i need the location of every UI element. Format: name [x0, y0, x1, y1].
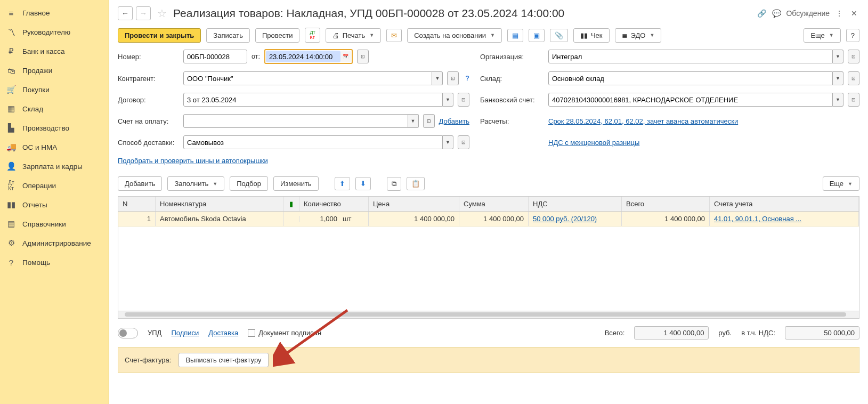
th-n[interactable]: N [118, 197, 156, 211]
dtkt-button[interactable]: ДтКт [305, 28, 320, 43]
open-icon[interactable]: ⊡ [848, 71, 859, 85]
th-price[interactable]: Цена [369, 197, 459, 211]
post-close-button[interactable]: Провести и закрыть [118, 28, 201, 43]
open-icon[interactable]: ⊡ [447, 71, 459, 85]
create-invoice-button[interactable]: Выписать счет-фактуру [179, 353, 268, 367]
th-total[interactable]: Всего [622, 197, 710, 211]
table-scrollbar[interactable] [118, 311, 859, 318]
sidebar-item-manager[interactable]: 〽Руководителю [0, 22, 109, 42]
invoice-field[interactable] [183, 114, 408, 128]
dropdown-icon[interactable]: ▼ [408, 114, 419, 128]
th-nds[interactable]: НДС [529, 197, 622, 211]
incl-nds-label: в т.ч. НДС: [741, 329, 775, 337]
signed-checkbox[interactable] [248, 329, 255, 337]
edo-button[interactable]: ≣ЭДО▼ [615, 28, 662, 43]
th-accounts[interactable]: Счета учета [710, 197, 859, 211]
post-button[interactable]: Провести [255, 28, 300, 43]
sidebar-item-assets[interactable]: 🚚ОС и НМА [0, 138, 109, 157]
paste-button[interactable]: 📋 [407, 177, 425, 190]
dropdown-icon[interactable]: ▼ [833, 50, 843, 63]
warehouse-field[interactable] [548, 71, 833, 85]
back-button[interactable]: ← [118, 6, 133, 20]
table-row[interactable]: 1 Автомобиль Skoda Octavia 1,000шт 1 400… [118, 212, 859, 227]
sidebar-item-directories[interactable]: ▤Справочники [0, 214, 109, 233]
side-label: Склад [22, 105, 43, 113]
th-nomenclature[interactable]: Номенклатура [156, 197, 283, 211]
contract-field[interactable] [183, 93, 443, 107]
number-field[interactable] [183, 50, 247, 63]
star-icon[interactable]: ☆ [157, 7, 167, 20]
bars-icon: ▮▮ [6, 200, 16, 209]
close-icon[interactable]: ✕ [849, 8, 859, 19]
table-more-button[interactable]: Еще▼ [823, 176, 859, 191]
nds-link[interactable]: НДС с межценовой разницы [548, 139, 639, 147]
signatures-link[interactable]: Подписи [171, 329, 199, 337]
help-button[interactable]: ? [846, 29, 859, 42]
sidebar-item-production[interactable]: ▙Производство [0, 118, 109, 138]
dropdown-icon[interactable]: ▼ [833, 71, 843, 85]
sidebar-item-hr[interactable]: 👤Зарплата и кадры [0, 157, 109, 176]
bank-field[interactable] [548, 93, 833, 107]
dropdown-icon[interactable]: ▼ [443, 93, 453, 107]
open-icon[interactable]: ⊡ [848, 93, 859, 107]
open-icon[interactable]: ⊡ [458, 135, 469, 149]
delivery-field[interactable] [183, 135, 443, 149]
gear-icon: ⚙ [6, 238, 16, 248]
forward-button[interactable]: → [136, 6, 151, 20]
th-quantity[interactable]: Количество [299, 197, 369, 211]
copy-button[interactable]: ⧉ [387, 177, 401, 191]
sidebar-item-reports[interactable]: ▮▮Отчеты [0, 195, 109, 214]
save-button[interactable]: Записать [206, 28, 250, 43]
dropdown-icon[interactable]: ▼ [833, 93, 843, 107]
table-fill-button[interactable]: Заполнить▼ [167, 176, 224, 191]
chat-icon[interactable]: 💬 [771, 8, 782, 19]
more-icon[interactable]: ⋮ [834, 8, 845, 19]
sidebar-item-warehouse[interactable]: ▦Склад [0, 99, 109, 118]
open-icon[interactable]: ⊡ [423, 114, 435, 128]
sidebar-item-bank[interactable]: ₽Банк и касса [0, 42, 109, 61]
hint-icon[interactable]: ? [465, 75, 469, 82]
dropdown-icon[interactable]: ▼ [432, 71, 443, 85]
link-icon[interactable]: 🔗 [756, 8, 767, 19]
warehouse-label: Склад: [480, 75, 544, 83]
open-icon[interactable]: ⊡ [848, 50, 859, 63]
move-down-button[interactable]: ⬇ [355, 177, 371, 190]
table-change-button[interactable]: Изменить [273, 176, 319, 191]
side-label: Производство [22, 124, 69, 132]
th-sum[interactable]: Сумма [459, 197, 529, 211]
doc1-button[interactable]: ▤ [507, 29, 523, 42]
th-mark[interactable]: ▮ [283, 197, 299, 211]
sidebar-item-help[interactable]: ?Помощь [0, 253, 109, 272]
sidebar-item-main[interactable]: ≡Главное [0, 3, 109, 22]
sidebar-item-operations[interactable]: ДтКтОперации [0, 176, 109, 195]
doc2-button[interactable]: ▣ [529, 29, 545, 42]
org-field[interactable] [548, 50, 833, 63]
dropdown-icon[interactable]: ▼ [443, 135, 453, 149]
toolbar-more-button[interactable]: Еще▼ [804, 28, 840, 43]
calendar-icon[interactable]: 📅 [340, 51, 351, 62]
add-link[interactable]: Добавить [439, 117, 469, 125]
discuss-label[interactable]: Обсуждение [786, 9, 830, 18]
attach-button[interactable]: 📎 [550, 29, 568, 42]
sidebar-item-sales[interactable]: 🛍Продажи [0, 61, 109, 80]
upd-toggle[interactable] [118, 328, 138, 338]
open-icon[interactable]: ⊡ [458, 93, 469, 107]
print-button[interactable]: 🖨Печать▼ [326, 28, 382, 43]
move-up-button[interactable]: ⬆ [335, 177, 350, 190]
create-based-button[interactable]: Создать на основании▼ [407, 28, 502, 43]
open-icon[interactable]: ⊡ [357, 50, 369, 63]
counterparty-field[interactable] [183, 71, 432, 85]
date-field[interactable] [266, 51, 340, 62]
mail-button[interactable]: ✉ [386, 29, 402, 42]
cheque-button[interactable]: ▮▮Чек [573, 28, 610, 43]
sidebar-item-admin[interactable]: ⚙Администрирование [0, 233, 109, 253]
total-value: 1 400 000,00 [634, 326, 709, 340]
check-tires-link[interactable]: Подобрать и проверить шины и автопокрышк… [118, 157, 268, 165]
settlements-link[interactable]: Срок 28.05.2024, 62.01, 62.02, зачет ава… [548, 117, 738, 125]
main: ← → ☆ Реализация товаров: Накладная, УПД… [109, 0, 868, 404]
delivery-link[interactable]: Доставка [208, 329, 238, 337]
table-pick-button[interactable]: Подбор [230, 176, 268, 191]
table-add-button[interactable]: Добавить [118, 176, 162, 191]
sidebar-item-purchases[interactable]: 🛒Покупки [0, 80, 109, 99]
bank-label: Банковский счет: [480, 96, 544, 104]
